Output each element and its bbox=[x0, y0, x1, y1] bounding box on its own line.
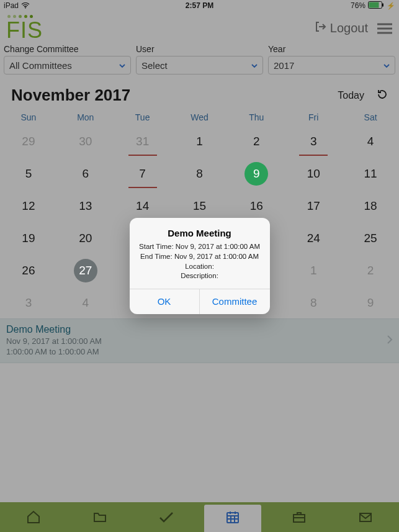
calendar-day[interactable]: 9 bbox=[228, 163, 285, 184]
dialog-title: Demo Meeting bbox=[136, 228, 264, 238]
dialog-end: End Time: Nov 9, 2017 at 1:00:00 AM bbox=[136, 252, 264, 262]
dialog-start: Start Time: Nov 9, 2017 at 1:00:00 AM bbox=[136, 242, 264, 252]
meeting-dialog: Demo Meeting Start Time: Nov 9, 2017 at … bbox=[130, 218, 270, 313]
ok-button[interactable]: OK bbox=[130, 289, 200, 314]
modal-overlay[interactable]: Demo Meeting Start Time: Nov 9, 2017 at … bbox=[0, 0, 399, 532]
dialog-description: Description: bbox=[136, 271, 264, 281]
dialog-location: Location: bbox=[136, 262, 264, 272]
committee-button[interactable]: Committee bbox=[200, 289, 270, 314]
